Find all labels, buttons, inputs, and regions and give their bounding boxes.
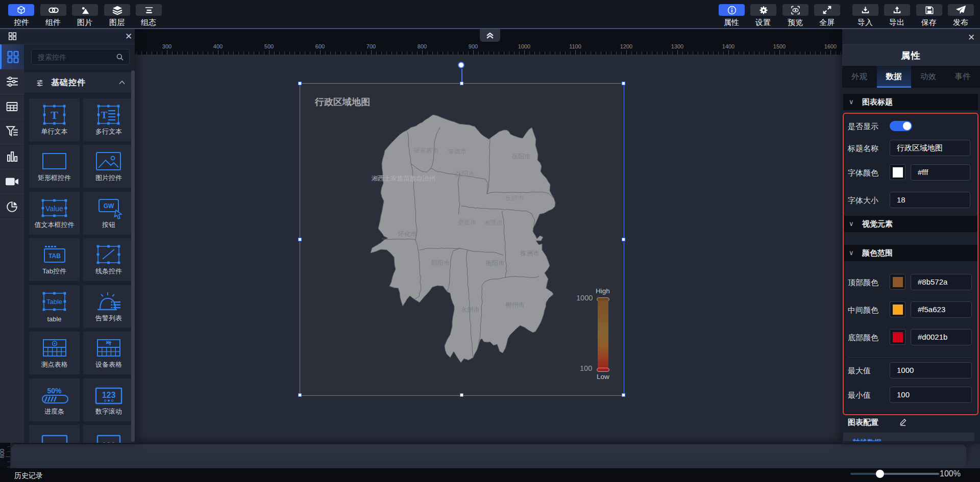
svg-text:Value: Value: [45, 205, 63, 213]
svg-text:T: T: [101, 110, 108, 120]
svg-text:衡阳市: 衡阳市: [485, 260, 505, 267]
svg-text:TAB: TAB: [48, 252, 61, 260]
svg-text:岳阳市: 岳阳市: [511, 153, 531, 160]
svg-text:常德市: 常德市: [448, 148, 467, 155]
svg-text:娄底市: 娄底市: [457, 219, 477, 226]
svg-text:GW: GW: [104, 202, 114, 210]
svg-text:123: 123: [102, 441, 116, 443]
svg-text:株洲市: 株洲市: [520, 250, 540, 257]
svg-text:永州市: 永州市: [460, 306, 480, 313]
svg-text:郴州市: 郴州市: [505, 301, 525, 309]
svg-text:123: 123: [102, 391, 116, 399]
svg-text:长沙市: 长沙市: [505, 194, 524, 201]
svg-text:08:00: 08:00: [43, 441, 66, 443]
svg-text:T: T: [51, 109, 58, 121]
svg-text:益阳市: 益阳市: [455, 170, 475, 177]
svg-text:50%: 50%: [47, 387, 62, 395]
svg-text:张家界市: 张家界市: [414, 147, 438, 154]
svg-text:湘西土家族苗族自治州: 湘西土家族苗族自治州: [372, 175, 435, 182]
svg-text:怀化市: 怀化市: [397, 231, 417, 238]
svg-text:湘潭市: 湘潭市: [483, 219, 503, 226]
svg-text:邵阳市: 邵阳市: [431, 260, 450, 267]
svg-text:Table: Table: [46, 298, 62, 306]
